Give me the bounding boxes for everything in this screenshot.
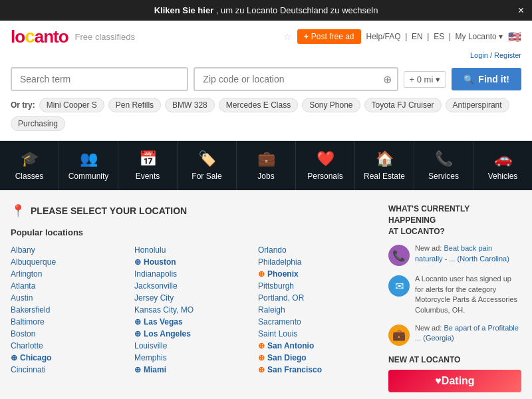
happening-text-2: A Locanto user has signed up for alerts … xyxy=(415,274,521,315)
close-banner-button[interactable]: × xyxy=(518,5,524,17)
loc-albany[interactable]: Albany xyxy=(11,244,128,256)
banner-text: Kliken Sie hier , um zu Locanto Deutschl… xyxy=(154,5,378,15)
cat-personals[interactable]: ❤️ Personals xyxy=(296,141,355,190)
vehicles-icon: 🚗 xyxy=(494,150,512,168)
pill-pen-refills[interactable]: Pen Refills xyxy=(108,98,161,112)
category-nav: 🎓 Classes 👥 Community 📅 Events 🏷️ For Sa… xyxy=(0,141,532,190)
happening-link-3[interactable]: Be apart of a Profitable ... (Georgia) xyxy=(415,324,519,342)
loc-atlanta[interactable]: Atlanta xyxy=(11,280,128,292)
community-icon: 👥 xyxy=(80,150,98,168)
lang-en-link[interactable]: EN xyxy=(412,32,423,41)
cat-services[interactable]: 📞 Services xyxy=(414,141,473,190)
loc-san-antonio[interactable]: ⊕San Antonio xyxy=(258,340,375,352)
loc-jacksonville[interactable]: Jacksonville xyxy=(134,280,251,292)
loc-los-angeles[interactable]: ⊕Los Angeles xyxy=(134,328,251,340)
cat-classes-label: Classes xyxy=(15,172,44,181)
pill-toyota[interactable]: Toyota FJ Cruiser xyxy=(364,98,442,112)
pill-bmw-328[interactable]: BMW 328 xyxy=(165,98,215,112)
loc-phoenix[interactable]: ⊕Phoenix xyxy=(258,268,375,280)
pill-sony-phone[interactable]: Sony Phone xyxy=(302,98,360,112)
pill-mini-cooper[interactable]: Mini Cooper S xyxy=(39,98,104,112)
help-faq-link[interactable]: Help/FAQ xyxy=(366,32,401,41)
loc-houston[interactable]: ⊕Houston xyxy=(134,256,251,268)
loc-indianapolis[interactable]: Indianapolis xyxy=(134,268,251,280)
cat-community[interactable]: 👥 Community xyxy=(59,141,118,190)
loc-louisville[interactable]: Louisville xyxy=(134,340,251,352)
pill-purchasing[interactable]: Purchasing xyxy=(11,116,65,131)
la-star-icon: ⊕ xyxy=(134,329,141,338)
loc-memphis[interactable]: Memphis xyxy=(134,352,251,364)
loc-austin[interactable]: Austin xyxy=(11,292,128,304)
loc-honolulu[interactable]: Honolulu xyxy=(134,244,251,256)
loc-portland[interactable]: Portland, OR xyxy=(258,292,375,304)
happening-text-1: New ad: Beat back pain naturally - ... (… xyxy=(415,243,521,264)
loc-arlington[interactable]: Arlington xyxy=(11,268,128,280)
loc-baltimore[interactable]: Baltimore xyxy=(11,316,128,328)
cat-services-label: Services xyxy=(428,172,459,181)
happening-title: WHAT'S CURRENTLYHAPPENINGAT LOCANTO? xyxy=(388,203,521,237)
loc-chicago[interactable]: ⊕Chicago xyxy=(11,352,128,364)
lang-es-link[interactable]: ES xyxy=(434,32,444,41)
my-locanto-link[interactable]: My Locanto xyxy=(456,32,497,41)
real-estate-icon: 🏠 xyxy=(376,150,394,168)
location-target-icon[interactable]: ⊕ xyxy=(383,73,392,86)
location-input-wrap: ⊕ xyxy=(194,67,398,91)
happening-item-3: 💼 New ad: Be apart of a Profitable ... (… xyxy=(388,323,521,346)
hero-section: 🎓 Classes 👥 Community 📅 Events 🏷️ For Sa… xyxy=(0,141,532,190)
cat-for-sale-label: For Sale xyxy=(192,172,221,181)
distance-label: + 0 mi xyxy=(410,74,434,84)
post-free-ad-button[interactable]: Post free ad xyxy=(297,29,361,44)
or-try-label: Or try: xyxy=(11,100,35,110)
loc-kansas-city[interactable]: Kansas City, MO xyxy=(134,304,251,316)
happening-phone-icon: 📞 xyxy=(388,245,410,266)
loc-bakersfield[interactable]: Bakersfield xyxy=(11,304,128,316)
loc-orlando[interactable]: Orlando xyxy=(258,244,375,256)
locations-grid: Albany Albuquerque Arlington Atlanta Aus… xyxy=(11,244,375,376)
dating-banner[interactable]: ♥Dating xyxy=(388,370,521,392)
cat-events[interactable]: 📅 Events xyxy=(118,141,178,190)
distance-select[interactable]: + 0 mi ▾ xyxy=(404,71,447,88)
cat-real-estate-label: Real Estate xyxy=(364,172,405,181)
happening-item-2: ✉ A Locanto user has signed up for alert… xyxy=(388,274,521,315)
or-try-row: Or try: Mini Cooper S Pen Refills BMW 32… xyxy=(11,95,521,136)
logo[interactable]: locanto xyxy=(11,26,68,47)
loc-jersey-city[interactable]: Jersey City xyxy=(134,292,251,304)
loc-cincinnati[interactable]: Cincinnati xyxy=(11,364,128,376)
cat-classes[interactable]: 🎓 Classes xyxy=(0,141,59,190)
cat-jobs[interactable]: 💼 Jobs xyxy=(237,141,296,190)
find-button[interactable]: Find it! xyxy=(452,68,521,90)
main-content: 📍 PLEASE SELECT YOUR LOCATION Popular lo… xyxy=(0,190,532,399)
happening-link-1[interactable]: Beat back pain naturally - ... (North Ca… xyxy=(415,244,509,262)
cat-for-sale[interactable]: 🏷️ For Sale xyxy=(178,141,237,190)
loc-san-francisco[interactable]: ⊕San Francisco xyxy=(258,364,375,376)
right-panel: WHAT'S CURRENTLYHAPPENINGAT LOCANTO? 📞 N… xyxy=(388,203,521,392)
loc-saint-louis[interactable]: Saint Louis xyxy=(258,328,375,340)
happening-mail-icon: ✉ xyxy=(388,275,410,297)
loc-las-vegas[interactable]: ⊕Las Vegas xyxy=(134,316,251,328)
services-icon: 📞 xyxy=(435,150,453,168)
cat-community-label: Community xyxy=(68,172,109,181)
login-register-link[interactable]: Login / Register xyxy=(470,51,521,59)
cat-jobs-label: Jobs xyxy=(257,172,274,181)
cat-vehicles[interactable]: 🚗 Vehicles xyxy=(473,141,532,190)
loc-boston[interactable]: Boston xyxy=(11,328,128,340)
favorite-icon[interactable]: ☆ xyxy=(283,31,292,42)
location-section-title: 📍 PLEASE SELECT YOUR LOCATION xyxy=(11,203,375,218)
loc-philadelphia[interactable]: Philadelphia xyxy=(258,256,375,268)
location-input[interactable] xyxy=(200,68,382,90)
loc-san-diego[interactable]: ⊕San Diego xyxy=(258,352,375,364)
search-input[interactable] xyxy=(11,67,188,91)
country-flag[interactable]: 🇺🇸 xyxy=(508,31,521,43)
pill-antiperspirant[interactable]: Antiperspirant xyxy=(446,98,509,112)
cat-real-estate[interactable]: 🏠 Real Estate xyxy=(355,141,414,190)
pill-mercedes[interactable]: Mercedes E Class xyxy=(219,98,298,112)
loc-albuquerque[interactable]: Albuquerque xyxy=(11,256,128,268)
las-vegas-star-icon: ⊕ xyxy=(134,317,141,327)
loc-miami[interactable]: ⊕Miami xyxy=(134,364,251,376)
loc-raleigh[interactable]: Raleigh xyxy=(258,304,375,316)
loc-sacramento[interactable]: Sacramento xyxy=(258,316,375,328)
popular-locations-title: Popular locations xyxy=(11,227,375,237)
distance-chevron-icon: ▾ xyxy=(436,74,440,84)
loc-pittsburgh[interactable]: Pittsburgh xyxy=(258,280,375,292)
loc-charlotte[interactable]: Charlotte xyxy=(11,340,128,352)
